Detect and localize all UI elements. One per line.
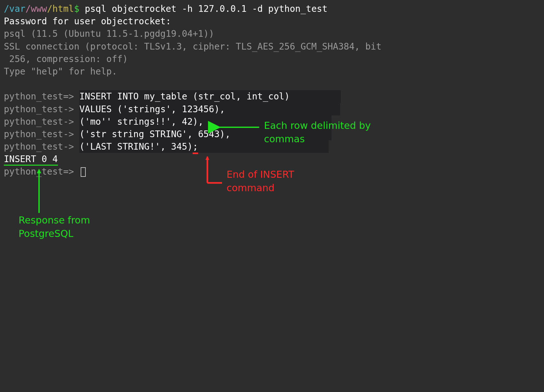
svg-marker-5 bbox=[37, 169, 41, 173]
sql-line-1: python_test=> INSERT INTO my_table (str_… bbox=[4, 90, 540, 103]
psql-prompt-open: python_test=> bbox=[4, 91, 79, 102]
password-prompt: Password for user objectrocket: bbox=[4, 15, 540, 27]
prompt-path-var: /var bbox=[4, 4, 25, 14]
svg-marker-3 bbox=[205, 156, 209, 160]
sql-comma-2: , bbox=[198, 116, 204, 127]
psql-prompt-cont: python_test-> bbox=[4, 116, 79, 127]
ssl-line-b: 256, compression: off) bbox=[4, 53, 540, 65]
insert-response: INSERT 0 4 bbox=[4, 154, 58, 166]
arrow-red-end-icon bbox=[204, 157, 223, 189]
ssl-line-a: SSL connection (protocol: TLSv1.3, ciphe… bbox=[4, 40, 540, 53]
psql-command: psql objectrocket -h 127.0.0.1 -d python… bbox=[79, 4, 327, 14]
prompt-path-www: /www bbox=[25, 4, 47, 14]
annotation-response: Response from PostgreSQL bbox=[19, 214, 115, 240]
psql-prompt-cont: python_test-> bbox=[4, 104, 79, 114]
annotation-rows: Each row delimited by commas bbox=[264, 119, 398, 146]
sql-values-4: ('LAST STRING!', 345) bbox=[79, 141, 193, 152]
sql-line-2: python_test-> VALUES ('strings', 123456)… bbox=[4, 103, 540, 115]
sql-semicolon: ; bbox=[193, 141, 198, 154]
psql-prompt-cont: python_test-> bbox=[4, 129, 79, 139]
blank-line bbox=[4, 78, 540, 90]
terminal-line-command: /var/www/html$ psql objectrocket -h 127.… bbox=[4, 3, 540, 15]
annotation-end: End of INSERT command bbox=[227, 168, 335, 195]
sql-insert-into: INSERT INTO my_table (str_col, int_col) bbox=[79, 90, 341, 103]
sql-response-line: INSERT 0 4 bbox=[4, 153, 540, 165]
arrow-green-response-icon bbox=[36, 169, 42, 214]
prompt-dollar: $ bbox=[74, 4, 79, 14]
arrow-green-rows-icon bbox=[214, 124, 259, 130]
cursor-icon bbox=[81, 167, 86, 177]
psql-prompt-cont: python_test-> bbox=[4, 141, 79, 152]
prompt-path-html: /html bbox=[47, 4, 74, 14]
help-hint: Type "help" for help. bbox=[4, 65, 540, 78]
psql-version: psql (11.5 (Ubuntu 11.5-1.pgdg19.04+1)) bbox=[4, 27, 540, 40]
sql-values-1: VALUES ('strings', 123456), bbox=[79, 103, 340, 115]
sql-values-2: ('mo'' strings!!', 42) bbox=[79, 116, 198, 127]
